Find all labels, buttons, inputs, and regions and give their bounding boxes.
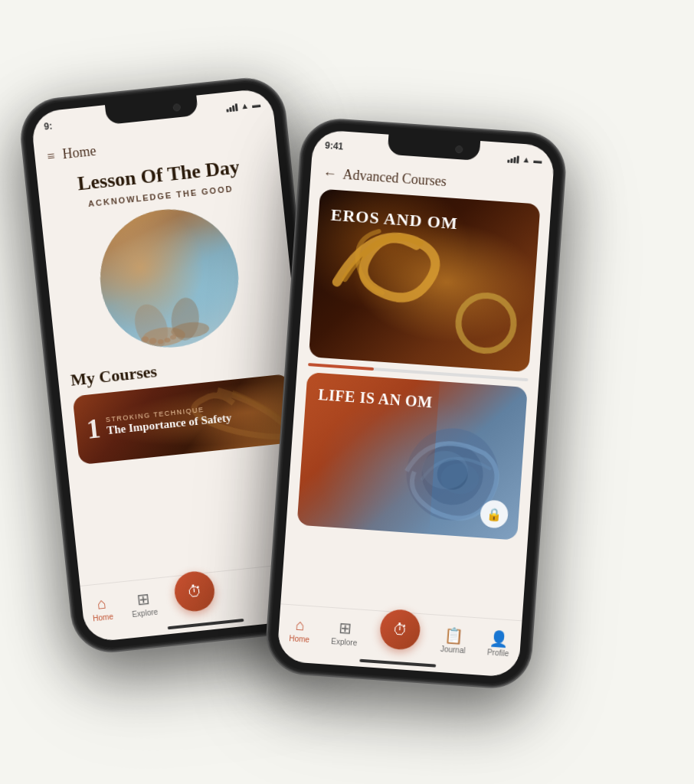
- phone-2-screen: 9:41 ▲ ▬ ← Advanced Courses: [277, 129, 555, 678]
- signal-icon-1: [226, 102, 238, 113]
- profile-label: Profile: [487, 648, 509, 658]
- explore-icon-2: ⊞: [338, 620, 352, 636]
- lock-icon: 🔒: [486, 506, 502, 521]
- nav-explore-1[interactable]: ⊞ Explore: [129, 590, 158, 619]
- status-icons-2: ▲ ▬: [507, 154, 542, 165]
- phone-2: 9:41 ▲ ▬ ← Advanced Courses: [267, 119, 565, 688]
- status-icons-1: ▲ ▬: [226, 100, 261, 113]
- eros-om-card[interactable]: EROS AND OM: [309, 189, 541, 373]
- eros-om-ring: [453, 290, 519, 355]
- back-arrow-icon[interactable]: ←: [322, 165, 337, 182]
- phone-2-content: ← Advanced Courses EROS AND OM: [277, 160, 553, 678]
- home-label-2: Home: [289, 634, 309, 644]
- advanced-courses-title: Advanced Courses: [342, 167, 447, 190]
- home-label-1: Home: [93, 612, 114, 623]
- camera-1: [172, 103, 181, 112]
- wifi-icon-1: ▲: [241, 101, 250, 111]
- time-2: 9:41: [325, 140, 344, 152]
- home-icon-1: ⌂: [97, 596, 107, 612]
- time-1: 9:: [44, 121, 53, 132]
- nav-center-btn-2[interactable]: ⏱: [378, 609, 421, 652]
- hamburger-icon[interactable]: ≡: [47, 149, 56, 163]
- bottom-nav-2: ⌂ Home ⊞ Explore ⏱ 📋 Journal: [277, 603, 522, 678]
- nav-home-1[interactable]: ⌂ Home: [90, 595, 113, 623]
- lesson-image: [93, 203, 245, 354]
- journal-label: Journal: [440, 645, 465, 655]
- wifi-icon-2: ▲: [522, 155, 531, 165]
- explore-label-2: Explore: [331, 637, 358, 647]
- nav-profile[interactable]: 👤 Profile: [487, 630, 511, 658]
- profile-icon: 👤: [489, 630, 509, 647]
- nav-journal[interactable]: 📋 Journal: [440, 627, 466, 655]
- timer-icon-1: ⏱: [186, 582, 203, 601]
- timer-icon-2: ⏱: [391, 620, 408, 639]
- life-om-card[interactable]: LIFE IS AN OM 🔒: [297, 372, 528, 541]
- explore-label-1: Explore: [132, 608, 159, 619]
- journal-icon: 📋: [444, 627, 463, 644]
- battery-icon-1: ▬: [251, 100, 260, 109]
- home-title: Home: [61, 143, 97, 162]
- nav-center-btn-1[interactable]: ⏱: [173, 570, 217, 613]
- feet-svg: [122, 259, 222, 352]
- signal-icon-2: [507, 154, 519, 164]
- camera-2: [455, 145, 463, 154]
- battery-icon-2: ▬: [533, 155, 542, 165]
- explore-icon-1: ⊞: [136, 591, 151, 608]
- home-icon-2: ⌂: [295, 617, 305, 633]
- nav-explore-2[interactable]: ⊞ Explore: [331, 619, 358, 647]
- nav-home-2[interactable]: ⌂ Home: [289, 616, 311, 644]
- progress-fill: [308, 363, 374, 371]
